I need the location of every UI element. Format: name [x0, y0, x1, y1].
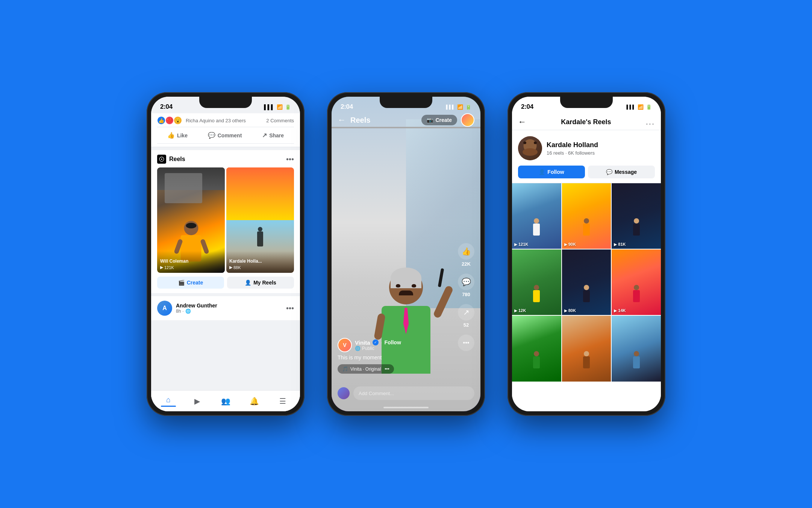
phone-3: 2:04 ▌▌▌ 📶 🔋 ← Kardale's Reels ...: [508, 92, 665, 416]
status-icons-1: ▌▌▌ 📶 🔋: [264, 104, 291, 110]
player-title-area: ← Reels: [338, 115, 370, 125]
like-action-button[interactable]: 👍: [458, 243, 474, 260]
people-icon: 👥: [221, 397, 230, 406]
profile-title: Kardale's Reels: [526, 118, 646, 126]
comment-count: 780: [462, 292, 470, 297]
create-label-player: Create: [435, 117, 452, 123]
my-reels-button[interactable]: 👤 My Reels: [227, 277, 294, 289]
song-more-icon: •••: [385, 367, 389, 372]
follow-button[interactable]: 👤 Follow: [518, 166, 585, 178]
post-author-info: A Andrew Gunther 8h · 🌐: [157, 301, 217, 316]
play-icon: ▶: [614, 242, 617, 246]
fb-header: 👍 ❤️ 😮 Richa Aquino and 23 others 2 Comm…: [151, 113, 300, 147]
reels-more-button[interactable]: •••: [286, 155, 294, 164]
share-count: 52: [464, 322, 469, 328]
nav-menu[interactable]: ☰: [268, 391, 297, 411]
author-meta: 8h · 🌐: [176, 309, 217, 314]
nav-people[interactable]: 👥: [211, 391, 240, 411]
nav-home[interactable]: ⌂: [154, 391, 183, 411]
profile-info-row: Kardale Holland 16 reels · 6K followers: [518, 136, 655, 160]
comment-button[interactable]: 💬 Comment: [203, 129, 247, 142]
player-comment-bar: Add Comment...: [338, 386, 474, 400]
creator-privacy: 🌐 Public: [355, 346, 401, 351]
create-reel-icon: 🎬: [178, 280, 185, 286]
like-count: 22K: [462, 261, 471, 267]
reel-thumb-1[interactable]: Will Coleman ▶ 121K: [157, 167, 225, 273]
grid-item-6[interactable]: ▶14K: [612, 249, 661, 315]
play-icon: ▶: [564, 242, 567, 246]
avatar-face: [518, 136, 542, 160]
notch-1: [199, 97, 252, 108]
reels-count: 16 reels: [547, 150, 564, 156]
menu-icon: ☰: [279, 397, 286, 406]
status-icons-2: ▌▌▌ 📶 🔋: [446, 104, 471, 110]
comment-placeholder: Add Comment...: [359, 391, 394, 396]
battery-icon-2: 🔋: [465, 104, 471, 110]
reel-views-2: ▶ 88K: [229, 265, 291, 270]
profile-text-info: Kardale Holland 16 reels · 6K followers: [547, 141, 598, 156]
share-button[interactable]: ↗ Share: [258, 129, 288, 142]
creator-name: Vinita: [355, 339, 370, 346]
bottom-nav: ⌂ ▶ 👥 🔔 ☰: [151, 390, 300, 411]
profile-back-button[interactable]: ←: [518, 117, 526, 127]
more-action-button[interactable]: •••: [458, 335, 474, 351]
play-icon: ▶: [614, 309, 617, 313]
grid-item-2[interactable]: ▶90K: [562, 183, 611, 249]
grid-item-1[interactable]: ▶121K: [512, 183, 561, 249]
author-avatar: A: [157, 301, 172, 316]
player-back-button[interactable]: ←: [338, 115, 346, 125]
play-icon: ▶: [564, 309, 567, 313]
grid-item-4[interactable]: ▶12K: [512, 249, 561, 315]
play-icon: ▶: [514, 309, 517, 313]
grid-item-9[interactable]: [612, 316, 661, 381]
like-action: 👍 22K: [458, 243, 474, 267]
reel-thumb-2[interactable]: Kardale Holla... ▶ 88K: [226, 167, 294, 273]
nav-watch[interactable]: ▶: [183, 391, 211, 411]
phone-1-screen: 2:04 ▌▌▌ 📶 🔋 👍 ❤️ 😮 Richa Aqui: [151, 97, 300, 411]
create-reel-button[interactable]: 🎬 Create: [157, 277, 224, 289]
author-details: Andrew Gunther 8h · 🌐: [176, 303, 217, 314]
phone-1-inner: 2:04 ▌▌▌ 📶 🔋 👍 ❤️ 😮 Richa Aqui: [151, 97, 300, 411]
more-action: •••: [458, 335, 474, 351]
player-create-button[interactable]: 📷 Create: [421, 115, 457, 125]
reels-header: Reels •••: [157, 155, 294, 164]
share-action-button[interactable]: ↗: [458, 304, 474, 321]
message-button[interactable]: 💬 Message: [588, 166, 655, 178]
signal-icon-1: ▌▌▌: [264, 104, 274, 110]
reaction-text: Richa Aquino and 23 others: [186, 118, 246, 123]
post-more-button[interactable]: •••: [286, 304, 294, 313]
creator-avatar: V: [338, 338, 352, 352]
home-icon: ⌂: [166, 395, 171, 404]
profile-header-section: Kardale Holland 16 reels · 6K followers …: [512, 130, 661, 183]
fb-action-row: 👍 Like 💬 Comment ↗ Share: [157, 127, 294, 144]
comment-action-button[interactable]: 💬: [458, 274, 474, 290]
reels-title: Reels: [169, 156, 185, 163]
status-time-2: 2:04: [341, 103, 353, 111]
grid-item-7[interactable]: [512, 316, 561, 381]
grid-views-2: ▶90K: [564, 242, 576, 246]
grid-item-8[interactable]: [562, 316, 611, 381]
player-user-avatar[interactable]: [461, 113, 474, 127]
phone-3-screen: 2:04 ▌▌▌ 📶 🔋 ← Kardale's Reels ...: [512, 97, 661, 411]
player-creator-row: V Vinita ✓ · Follow 🌐 Pub: [338, 338, 450, 352]
comment-input[interactable]: Add Comment...: [353, 386, 474, 400]
status-time-1: 2:04: [160, 103, 173, 111]
globe-icon: 🌐: [185, 309, 191, 314]
follow-button-inline[interactable]: Follow: [384, 339, 401, 345]
reaction-emojis: 👍 ❤️ 😮 Richa Aquino and 23 others: [157, 116, 246, 125]
signal-icon-3: ▌▌▌: [627, 105, 635, 109]
profile-name: Kardale Holland: [547, 141, 598, 149]
player-song[interactable]: 🎵 Vinita · Original •••: [338, 364, 394, 374]
reaction-row: 👍 ❤️ 😮 Richa Aquino and 23 others 2 Comm…: [157, 113, 294, 127]
reel-creator-1: Will Coleman: [160, 259, 222, 264]
like-button[interactable]: 👍 Like: [163, 129, 192, 142]
reels-title-row: Reels: [157, 155, 185, 164]
grid-item-3[interactable]: ▶81K: [612, 183, 661, 249]
grid-item-5[interactable]: ▶80K: [562, 249, 611, 315]
post-author-row: A Andrew Gunther 8h · 🌐 •••: [157, 301, 294, 316]
profile-more-button[interactable]: ...: [646, 117, 655, 127]
status-time-3: 2:04: [521, 103, 533, 111]
verified-badge: ✓: [373, 339, 379, 345]
player-title: Reels: [350, 116, 370, 125]
nav-notifications[interactable]: 🔔: [240, 391, 268, 411]
